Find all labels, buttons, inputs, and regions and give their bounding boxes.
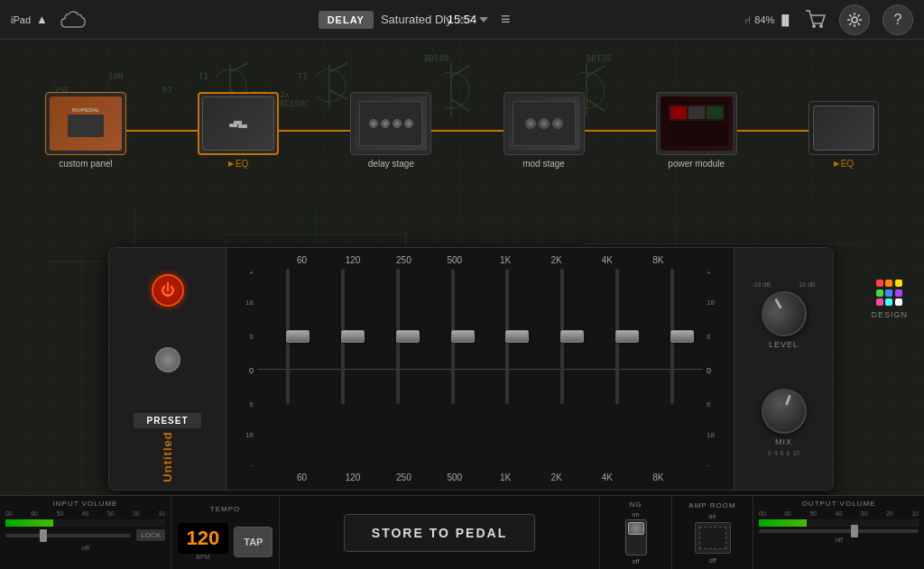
chain-item-delay-stage[interactable]: delay stage [350, 92, 431, 169]
output-fader-row [759, 529, 919, 533]
ng-label: NG [630, 500, 642, 509]
design-button[interactable]: DESIGN [871, 280, 908, 319]
eq-left-controls: PRESET Untitled [109, 248, 226, 490]
output-volume-section: OUTPUT VOLUME 00 60 50 40 30 20 10 off [753, 496, 924, 569]
freq-8k-label-bot: 8K [640, 473, 676, 482]
chain-item-label-power: power module [668, 159, 725, 169]
design-dot-white [895, 298, 902, 306]
eq-slider-60hz[interactable] [274, 269, 301, 404]
amp-room-toggle[interactable] [695, 522, 731, 554]
store-section: STORE TO PEDAL [280, 496, 600, 569]
svg-point-8 [852, 17, 857, 23]
settings-button[interactable] [839, 5, 870, 35]
preset-button[interactable]: PRESET [134, 413, 200, 428]
eq-power-button[interactable] [152, 274, 184, 307]
mix-knob[interactable] [754, 382, 812, 440]
freq-250-label-bot: 250 [385, 473, 421, 482]
chain-item-custom-panel[interactable]: RU/PEDAL custom panel [45, 92, 126, 169]
eq-slider-1khz[interactable] [494, 269, 521, 404]
top-bar-center: DELAY Saturated Dly 207 ≡ [319, 6, 516, 32]
level-knob[interactable] [753, 283, 814, 344]
svg-point-6 [812, 24, 816, 28]
bluetooth-icon: ⑁ [744, 14, 751, 25]
tap-button[interactable]: TAP [234, 527, 273, 557]
output-vol-meter [759, 519, 919, 527]
amp-off-label: off [709, 557, 716, 564]
eq2-image [813, 106, 874, 151]
freq-500-label-bot: 500 [437, 473, 473, 482]
eq-toggle-switch[interactable] [155, 347, 180, 372]
delay-badge: DELAY [319, 11, 374, 29]
tempo-section: TEMPO 120 BPM TAP [171, 496, 280, 569]
chain-item-label-eq2: EQ [834, 159, 854, 169]
eq-slider-2khz[interactable] [549, 269, 576, 404]
tempo-label: TEMPO [210, 505, 240, 513]
ng-on-label: on [633, 511, 640, 518]
chain-item-mod-stage[interactable]: mod stage [504, 92, 585, 169]
signal-chain: RU/PEDAL custom panel [0, 40, 924, 220]
freq-500-label: 500 [437, 255, 473, 265]
design-label: DESIGN [871, 310, 908, 319]
output-volume-label: OUTPUT VOLUME [802, 500, 876, 508]
svg-point-7 [819, 24, 823, 28]
freq-labels-top: 60 120 250 500 1K 2K 4K 8K [239, 255, 721, 265]
input-off-label: off [81, 544, 89, 552]
eq-slider-500hz[interactable] [439, 269, 467, 404]
slider-4khz [604, 269, 631, 469]
output-fader-thumb [851, 525, 858, 537]
design-dot-red [876, 280, 883, 287]
bpm-display: 120 BPM TAP [178, 523, 273, 560]
preset-dropdown-arrow[interactable] [479, 17, 488, 23]
chain-item-eq1[interactable]: EQ [198, 92, 279, 169]
top-bar-left: iPad ▲ [11, 7, 89, 32]
input-volume-label: INPUT VOLUME [53, 500, 118, 508]
eq-slider-120hz[interactable] [329, 269, 356, 404]
cart-button[interactable] [805, 10, 827, 30]
design-dot-pink [876, 298, 883, 306]
mix-scale: 0 4 6 8 10 [768, 450, 799, 456]
freq-250-label: 250 [385, 255, 421, 265]
store-to-pedal-button[interactable]: STORE TO PEDAL [344, 514, 535, 552]
design-dot-cyan [885, 298, 892, 306]
freq-120-label: 120 [335, 255, 371, 265]
bpm-value: 120 [178, 523, 229, 554]
cloud-button[interactable] [57, 7, 89, 32]
time-display: 15:54 [448, 13, 477, 26]
ng-off-label: off [633, 558, 640, 564]
level-knob-label: LEVEL [769, 340, 799, 349]
custom-panel-image: RU/PEDAL [50, 96, 122, 151]
eq-slider-8khz[interactable] [659, 269, 686, 404]
db-scale-right: + 18 6 0 6 18 - [703, 269, 721, 469]
chain-item-eq2[interactable]: EQ [808, 101, 879, 169]
lock-button[interactable]: LOCK [136, 529, 165, 541]
eq-slider-4khz[interactable] [604, 269, 631, 404]
freq-4k-label: 4K [589, 255, 625, 265]
chain-item-label-custom: custom panel [59, 159, 112, 169]
help-button[interactable]: ? [882, 5, 913, 35]
design-dot-orange [885, 280, 892, 287]
chain-item-power-module[interactable]: power module [656, 92, 737, 169]
amp-room-inner [699, 527, 726, 549]
preset-text: Saturated Dly [381, 13, 452, 26]
db-scale-row: + 18 6 0 6 18 - [239, 269, 721, 469]
bottom-bar: INPUT VOLUME 00 60 50 40 30 20 10 LOCK o… [0, 495, 924, 569]
design-dot-green [876, 289, 883, 297]
amp-room-section: AMP ROOM on off [672, 496, 753, 569]
chain-item-label-eq1: EQ [228, 159, 248, 169]
menu-button[interactable]: ≡ [495, 6, 516, 32]
mix-knob-section: MIX 0 4 6 8 10 [762, 389, 807, 456]
eq-slider-250hz[interactable] [384, 269, 411, 404]
slider-8khz [659, 269, 686, 469]
freq-1k-label: 1K [487, 255, 523, 265]
eq-sliders-section: 60 120 250 500 1K 2K 4K 8K + 18 6 0 6 18… [226, 248, 734, 490]
design-icon [876, 280, 903, 307]
ng-toggle[interactable] [625, 519, 647, 555]
slider-500hz [439, 269, 467, 469]
output-fader[interactable] [759, 529, 919, 533]
input-fader[interactable] [5, 534, 131, 537]
eq-right-knobs: -18 dB 18 dB LEVEL MIX 0 4 6 8 10 [734, 248, 833, 490]
input-vol-numbers: 00 60 50 40 30 20 10 [5, 510, 165, 517]
design-dot-blue [885, 289, 892, 297]
eq-panel: PRESET Untitled 60 120 250 500 1K 2K 4K … [108, 247, 834, 491]
battery-icon: ▐▌ [778, 14, 792, 25]
